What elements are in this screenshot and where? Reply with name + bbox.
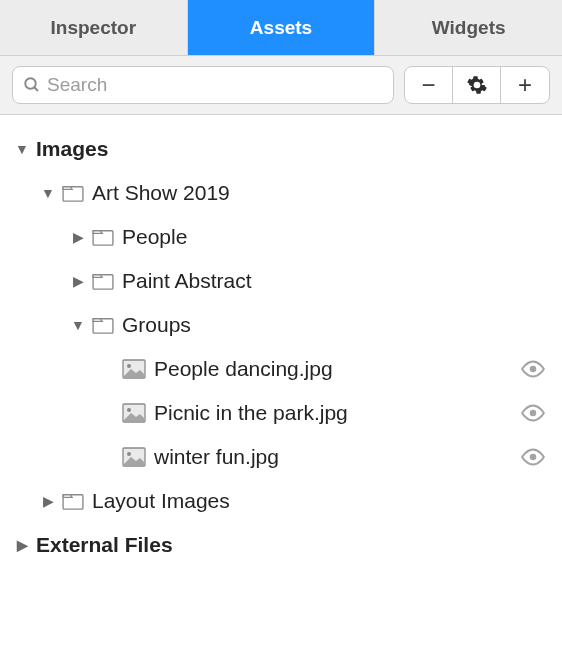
svg-point-13: [127, 452, 131, 456]
search-field[interactable]: [12, 66, 394, 104]
image-file-icon: [122, 403, 146, 423]
collapse-button[interactable]: −: [405, 67, 453, 103]
toolbar-buttons: − +: [404, 66, 550, 104]
plus-icon: +: [518, 71, 532, 99]
chevron-down-icon: ▼: [14, 141, 30, 157]
tab-widgets[interactable]: Widgets: [375, 0, 562, 55]
chevron-down-icon: ▼: [40, 185, 56, 201]
svg-point-10: [127, 408, 131, 412]
tab-bar: Inspector Assets Widgets: [0, 0, 562, 56]
tab-label: Assets: [250, 17, 312, 39]
tree-folder-art-show[interactable]: ▼ Art Show 2019: [8, 171, 554, 215]
folder-icon: [92, 272, 114, 290]
tree-section-external-files[interactable]: ▶ External Files: [8, 523, 554, 567]
settings-button[interactable]: [453, 67, 501, 103]
tree-file-winter-fun[interactable]: winter fun.jpg: [8, 435, 554, 479]
search-icon: [23, 76, 41, 94]
chevron-right-icon: ▶: [40, 493, 56, 509]
visibility-icon[interactable]: [520, 448, 546, 466]
svg-point-8: [530, 366, 537, 373]
tree-label: People dancing.jpg: [154, 357, 333, 381]
tree-folder-paint-abstract[interactable]: ▶ Paint Abstract: [8, 259, 554, 303]
tree-label: winter fun.jpg: [154, 445, 279, 469]
tree-label: External Files: [36, 533, 173, 557]
tab-assets[interactable]: Assets: [188, 0, 376, 55]
chevron-down-icon: ▼: [70, 317, 86, 333]
tree-folder-people[interactable]: ▶ People: [8, 215, 554, 259]
tree-file-people-dancing[interactable]: People dancing.jpg: [8, 347, 554, 391]
tree-label: Layout Images: [92, 489, 230, 513]
svg-point-14: [530, 454, 537, 461]
tree-section-images[interactable]: ▼ Images: [8, 127, 554, 171]
asset-tree: ▼ Images ▼ Art Show 2019 ▶ People ▶ Pain…: [0, 115, 562, 579]
minus-icon: −: [421, 71, 435, 99]
image-file-icon: [122, 447, 146, 467]
search-input[interactable]: [47, 74, 383, 96]
tree-file-picnic[interactable]: Picnic in the park.jpg: [8, 391, 554, 435]
toolbar: − +: [0, 56, 562, 115]
folder-icon: [62, 184, 84, 202]
gear-icon: [467, 75, 487, 95]
svg-line-1: [34, 87, 38, 91]
tree-label: Art Show 2019: [92, 181, 230, 205]
tab-label: Widgets: [432, 17, 506, 39]
folder-icon: [62, 492, 84, 510]
chevron-right-icon: ▶: [70, 229, 86, 245]
visibility-icon[interactable]: [520, 360, 546, 378]
add-button[interactable]: +: [501, 67, 549, 103]
tab-label: Inspector: [51, 17, 137, 39]
chevron-right-icon: ▶: [70, 273, 86, 289]
tree-label: People: [122, 225, 187, 249]
tree-label: Groups: [122, 313, 191, 337]
tree-folder-groups[interactable]: ▼ Groups: [8, 303, 554, 347]
visibility-icon[interactable]: [520, 404, 546, 422]
folder-icon: [92, 316, 114, 334]
svg-point-0: [25, 78, 36, 89]
svg-point-11: [530, 410, 537, 417]
tree-label: Picnic in the park.jpg: [154, 401, 348, 425]
image-file-icon: [122, 359, 146, 379]
tree-folder-layout-images[interactable]: ▶ Layout Images: [8, 479, 554, 523]
tree-label: Paint Abstract: [122, 269, 252, 293]
tab-inspector[interactable]: Inspector: [0, 0, 188, 55]
chevron-right-icon: ▶: [14, 537, 30, 553]
svg-point-7: [127, 364, 131, 368]
folder-icon: [92, 228, 114, 246]
tree-label: Images: [36, 137, 108, 161]
